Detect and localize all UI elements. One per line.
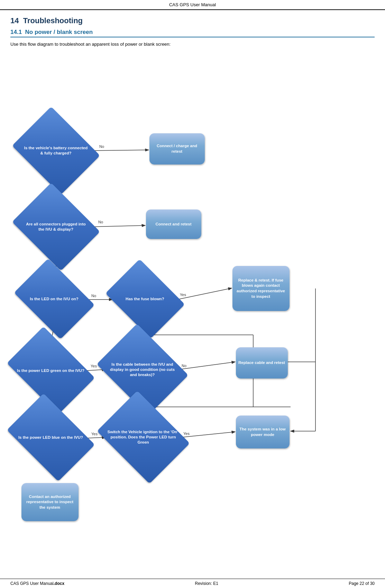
svg-text:No: No [99, 144, 104, 149]
box-low-power: The system was in a low power mode [236, 416, 290, 448]
flowchart: No Yes No Yes No Yes Yes [11, 54, 374, 469]
svg-text:Yes: Yes [183, 431, 190, 436]
svg-text:Yes: Yes [180, 293, 186, 297]
diamond-led-ivu: Is the LED on the IVU on? [21, 275, 87, 323]
intro-text: Use this flow diagram to troubleshoot an… [10, 42, 375, 47]
box-replace-fuse: Replace & retest. If fuse blows again co… [232, 266, 290, 311]
svg-line-5 [91, 225, 145, 227]
box-replace-cable: Replace cable and retest [236, 347, 288, 378]
page-header: CAS GPS User Manual [0, 0, 385, 10]
svg-text:No: No [182, 364, 186, 368]
diamond-connectors: Are all connectors plugged into the IVU … [21, 199, 91, 255]
diamond-ignition: Switch the Vehicle ignition to the 'On" … [106, 409, 181, 466]
footer-docx: .docx [54, 581, 64, 586]
svg-line-21 [179, 362, 235, 369]
chapter-title: 14 Troubleshooting [10, 16, 375, 25]
footer-revision: Revision: E1 [195, 581, 218, 586]
svg-text:Yes: Yes [91, 364, 97, 368]
footer-page: Page 22 of 30 [349, 581, 375, 586]
diamond-power-green: Is the power LED green on the IVU? [15, 345, 87, 397]
svg-line-1 [91, 150, 149, 151]
footer-left: CAS GPS User Manual [10, 581, 54, 586]
svg-text:No: No [91, 294, 96, 298]
box-connect-charge: Connect / charge and retest [149, 133, 205, 164]
page-footer: CAS GPS User Manual.docx Revision: E1 Pa… [0, 579, 385, 588]
diamond-fuse: Has the fuse blown? [113, 275, 177, 323]
svg-line-11 [177, 288, 232, 300]
svg-line-32 [181, 432, 235, 437]
svg-text:No: No [98, 220, 103, 224]
box-connect-retest: Connect and retest [146, 210, 201, 239]
section-title: 14.1 No power / blank screen [10, 29, 375, 37]
diamond-battery: Is the vehicle's battery connected & ful… [21, 123, 91, 178]
svg-text:Yes: Yes [91, 432, 98, 436]
box-contact-rep: Contact an authorized representative to … [21, 483, 79, 521]
diamond-cable-condition: Is the cable between the IVU and display… [106, 341, 179, 398]
svg-line-30 [88, 437, 106, 438]
diamond-power-blue: Is the power LED blue on the IVU? [15, 411, 87, 463]
